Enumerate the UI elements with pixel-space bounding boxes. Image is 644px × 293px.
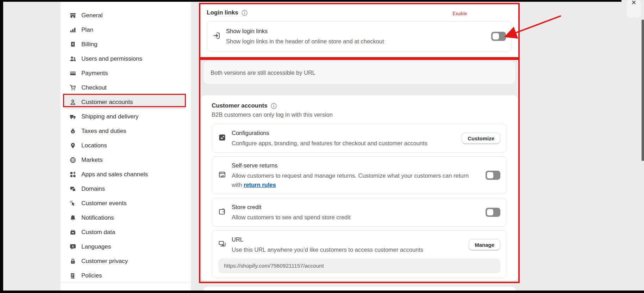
sidebar-item-shipping-delivery[interactable]: Shipping and delivery	[63, 109, 186, 124]
sidebar-item-notifications[interactable]: Notifications	[63, 210, 186, 225]
enable-annotation-label: Enable	[452, 11, 467, 17]
manage-button[interactable]: Manage	[469, 239, 500, 251]
sidebar-item-label: Payments	[81, 70, 108, 77]
person-icon	[70, 99, 76, 105]
truck-icon	[70, 114, 76, 120]
cart-icon	[70, 85, 76, 91]
sidebar-item-label: Markets	[81, 157, 102, 164]
wallet-icon	[218, 208, 226, 217]
sidebar-item-label: Plan	[81, 26, 93, 33]
sidebar-item-taxes-duties[interactable]: % Taxes and duties	[63, 124, 186, 138]
tax-bag-icon: %	[70, 128, 76, 134]
bell-icon	[70, 215, 76, 221]
account-url-field[interactable]: https://shopify.com/75609211157/account	[218, 258, 500, 273]
sidebar-item-label: Users and permissions	[81, 55, 142, 62]
login-links-title: Login links	[207, 9, 238, 16]
sidebar-item-languages[interactable]: A Languages	[63, 239, 186, 254]
customer-accounts-outer-section: Both versions are still accessible by UR…	[199, 59, 520, 283]
toggle-knob	[487, 209, 493, 215]
sidebar-item-label: Customer events	[81, 200, 127, 207]
settings-nav: General Plan $ Billing Users and permiss…	[61, 2, 191, 283]
sidebar-item-custom-data[interactable]: Custom data	[63, 225, 186, 239]
login-links-section: Login links Enable Show login links Show…	[199, 3, 520, 59]
sidebar-item-checkout[interactable]: Checkout	[63, 80, 186, 95]
info-icon[interactable]	[241, 10, 248, 16]
sidebar-divider	[61, 282, 191, 282]
plan-chart-icon	[70, 27, 76, 33]
toggle-knob	[487, 172, 493, 178]
login-icon	[213, 32, 220, 41]
close-settings-button[interactable]: ✕	[626, 0, 641, 18]
store-credit-title: Store credit	[232, 203, 351, 211]
configurations-row: Configurations Configure apps, branding,…	[212, 124, 507, 153]
sidebar-item-apps-sales-channels[interactable]: Apps and sales channels	[63, 167, 186, 182]
location-pin-icon	[70, 142, 76, 149]
sidebar-item-label: Languages	[81, 243, 111, 250]
url-windows-icon	[218, 240, 226, 249]
url-title: URL	[232, 235, 423, 244]
customer-accounts-card: Customer accounts B2B customers can only…	[201, 95, 518, 281]
sidebar-item-policies[interactable]: Policies	[63, 268, 186, 283]
versions-banner: Both versions are still accessible by UR…	[204, 61, 515, 84]
customize-button[interactable]: Customize	[462, 133, 500, 144]
sidebar-item-general[interactable]: General	[63, 8, 186, 23]
domains-icon	[70, 186, 76, 192]
screen-frame-top	[0, 0, 621, 2]
self-serve-returns-toggle[interactable]	[486, 171, 500, 180]
svg-text:%: %	[72, 130, 74, 133]
toggle-knob	[493, 33, 499, 39]
self-serve-returns-row: Self-serve returns Allow customers to re…	[212, 156, 507, 194]
self-serve-returns-description: Allow customers to request and manage re…	[232, 171, 480, 189]
sidebar-item-customer-privacy[interactable]: Customer privacy	[63, 254, 186, 268]
url-row: URL Use this URL anywhere you’d like cus…	[212, 230, 507, 278]
sidebar-item-label: General	[81, 12, 102, 19]
apps-grid-icon	[70, 171, 76, 178]
show-login-links-toggle[interactable]	[491, 32, 506, 41]
sidebar-item-customer-accounts[interactable]: Customer accounts	[63, 95, 186, 109]
users-icon	[70, 56, 76, 62]
sidebar-item-label: Customer accounts	[81, 99, 133, 106]
customer-accounts-title: Customer accounts	[212, 102, 268, 109]
sidebar-item-locations[interactable]: Locations	[63, 138, 186, 153]
cursor-click-icon	[70, 200, 76, 207]
sidebar-item-customer-events[interactable]: Customer events	[63, 196, 186, 210]
show-login-links-title: Show login links	[226, 27, 384, 35]
globe-icon	[70, 157, 76, 163]
sidebar-item-domains[interactable]: Domains	[63, 182, 186, 196]
database-icon	[70, 229, 76, 236]
payments-icon	[70, 70, 76, 77]
sidebar-item-billing[interactable]: $ Billing	[63, 37, 186, 51]
sidebar-item-label: Taxes and duties	[81, 128, 126, 135]
sidebar-item-label: Billing	[81, 41, 97, 48]
sidebar-item-label: Shipping and delivery	[81, 113, 139, 120]
return-rules-link[interactable]: return rules	[244, 182, 276, 188]
sidebar-item-markets[interactable]: Markets	[63, 153, 186, 167]
translate-icon: A	[70, 244, 76, 250]
scrollbar-thumb[interactable]	[642, 20, 644, 161]
screen-frame-bottom	[0, 291, 644, 293]
store-credit-row: Store credit Allow customers to see and …	[212, 198, 507, 227]
svg-text:$: $	[72, 42, 74, 45]
url-description: Use this URL anywhere you’d like custome…	[232, 245, 423, 254]
sidebar-item-plan[interactable]: Plan	[63, 23, 186, 37]
configurations-title: Configurations	[232, 129, 427, 137]
sidebar-item-users-permissions[interactable]: Users and permissions	[63, 51, 186, 66]
sidebar-item-label: Policies	[81, 272, 102, 279]
sidebar-item-label: Apps and sales channels	[81, 171, 148, 178]
versions-banner-text: Both versions are still accessible by UR…	[211, 69, 315, 76]
sidebar-item-label: Domains	[81, 185, 105, 193]
self-serve-returns-title: Self-serve returns	[232, 161, 480, 170]
sidebar-item-label: Checkout	[81, 84, 107, 91]
lock-icon	[70, 258, 76, 264]
show-login-links-description: Show login links in the header of online…	[226, 37, 384, 46]
configurations-icon	[218, 134, 226, 143]
settings-sidebar: General Plan $ Billing Users and permiss…	[61, 2, 191, 293]
svg-text:A: A	[72, 244, 74, 248]
info-icon[interactable]	[270, 103, 277, 109]
sidebar-item-label: Custom data	[81, 229, 115, 236]
sidebar-item-payments[interactable]: Payments	[63, 66, 186, 80]
show-login-links-card: Show login links Show login links in the…	[207, 21, 512, 51]
screen-frame-left	[0, 0, 3, 293]
store-credit-toggle[interactable]	[486, 208, 500, 217]
document-icon	[70, 273, 76, 279]
